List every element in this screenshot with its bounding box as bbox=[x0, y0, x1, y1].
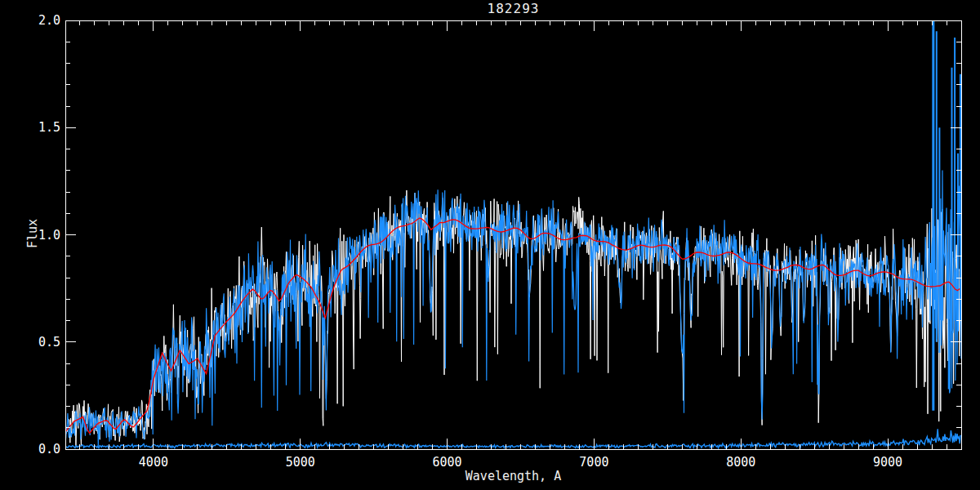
x-tick-label: 9000 bbox=[873, 455, 902, 470]
x-tick-label: 4000 bbox=[139, 455, 168, 470]
x-tick-label: 8000 bbox=[726, 455, 755, 470]
y-tick-label: 0.0 bbox=[38, 442, 60, 457]
spectrum-plot: 4000500060007000800090000.00.51.01.52.0 bbox=[0, 0, 980, 490]
observed-spectrum-line bbox=[65, 190, 961, 448]
x-tick-label: 7000 bbox=[579, 455, 608, 470]
x-tick-label: 5000 bbox=[286, 455, 315, 470]
overlay-spectrum-line bbox=[65, 171, 961, 446]
spectrum-curves bbox=[65, 10, 961, 448]
y-tick-label: 1.5 bbox=[38, 120, 60, 135]
x-tick-label: 6000 bbox=[433, 455, 462, 470]
error-spectrum-line bbox=[65, 429, 960, 448]
y-tick-label: 1.0 bbox=[38, 228, 60, 243]
y-tick-label: 2.0 bbox=[38, 13, 60, 28]
spectrum-viewer-screen: { "chart_data": { "type": "line", "title… bbox=[0, 0, 980, 490]
y-tick-label: 0.5 bbox=[38, 335, 60, 350]
